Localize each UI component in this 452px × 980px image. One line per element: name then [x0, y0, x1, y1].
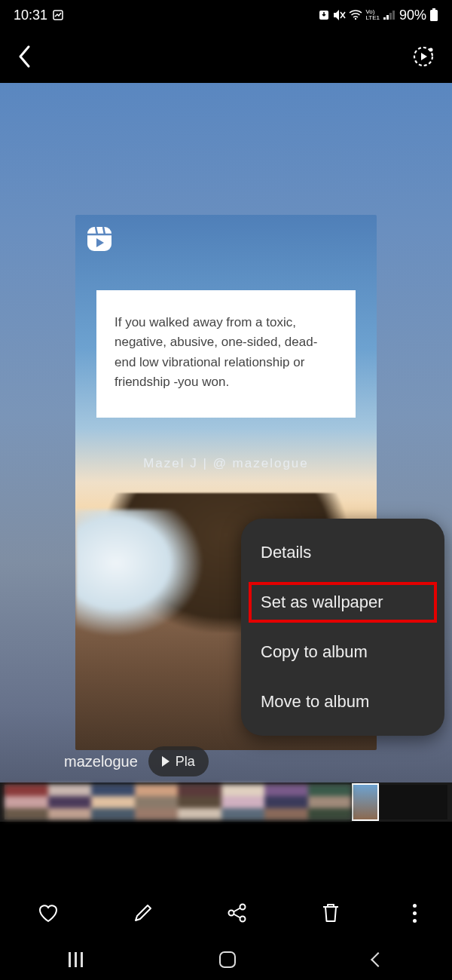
motion-photo-icon[interactable]: [411, 44, 435, 69]
battery-percent: 90%: [399, 8, 426, 23]
menu-item-details[interactable]: Details: [241, 528, 444, 577]
play-motion-button[interactable]: Pla: [148, 746, 209, 776]
svg-point-12: [429, 48, 433, 52]
top-bar: [0, 30, 452, 83]
action-bar: [0, 887, 452, 939]
status-bar: 10:31 Vo)LTE1 90%: [0, 0, 452, 30]
nav-back[interactable]: [371, 952, 386, 967]
svg-line-20: [234, 908, 240, 912]
back-button[interactable]: [17, 44, 33, 69]
menu-item-copy-album[interactable]: Copy to album: [241, 627, 444, 677]
quote-text: If you walked away from a toxic, negativ…: [115, 315, 317, 389]
svg-rect-9: [432, 8, 435, 10]
nav-recents[interactable]: [69, 952, 83, 967]
quote-card: If you walked away from a toxic, negativ…: [96, 290, 356, 418]
system-nav-bar: [0, 939, 452, 980]
svg-rect-6: [386, 15, 389, 20]
nav-home[interactable]: [219, 951, 236, 968]
photo-viewer[interactable]: If you walked away from a toxic, negativ…: [0, 83, 452, 822]
delete-button[interactable]: [320, 902, 341, 924]
thumbnail-strip[interactable]: [0, 782, 452, 822]
image-credit: Mazel J | @ mazelogue: [75, 456, 377, 471]
wifi-icon: [349, 10, 362, 20]
svg-rect-5: [383, 17, 386, 20]
svg-rect-7: [389, 13, 392, 20]
share-button[interactable]: [226, 902, 249, 924]
edit-button[interactable]: [132, 902, 154, 924]
svg-point-18: [240, 905, 245, 910]
mute-icon: [332, 9, 346, 21]
thumbnail-item[interactable]: [380, 785, 447, 819]
author-username[interactable]: mazelogue: [64, 753, 138, 770]
thumbnail-item[interactable]: [5, 785, 351, 819]
menu-item-set-wallpaper[interactable]: Set as wallpaper: [241, 577, 444, 627]
play-label: Pla: [176, 754, 195, 770]
svg-line-21: [234, 914, 240, 918]
more-button[interactable]: [413, 904, 417, 923]
reels-icon: [86, 225, 113, 253]
battery-icon: [429, 8, 438, 22]
caption-row: mazelogue Pla: [0, 746, 452, 776]
more-options-menu: Details Set as wallpaper Copy to album M…: [241, 519, 444, 736]
status-time: 10:31: [14, 8, 47, 23]
svg-rect-8: [392, 11, 395, 20]
svg-rect-10: [430, 10, 438, 21]
svg-point-4: [355, 18, 356, 20]
favorite-button[interactable]: [36, 901, 60, 925]
svg-point-17: [228, 911, 234, 916]
screenshot-indicator-icon: [52, 9, 64, 21]
thumbnail-item[interactable]: [353, 785, 377, 819]
menu-item-move-album[interactable]: Move to album: [241, 677, 444, 727]
volte-label: Vo)LTE1: [365, 9, 380, 21]
download-icon: [319, 10, 329, 20]
svg-point-19: [240, 917, 245, 922]
signal-icon: [383, 10, 396, 20]
play-icon: [162, 756, 170, 767]
svg-rect-13: [87, 227, 111, 251]
